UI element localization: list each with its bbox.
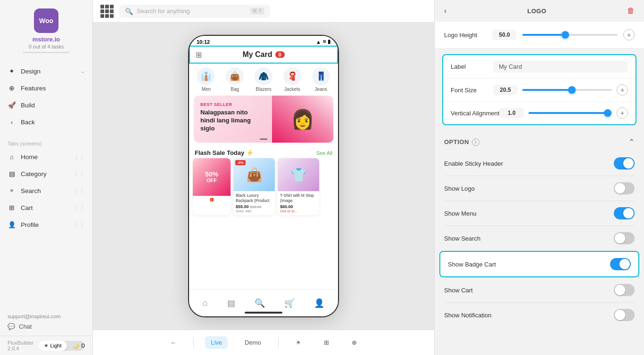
bottom-nav-search-icon: 🔍 — [255, 298, 265, 308]
toggle-show-cart-switch[interactable] — [614, 284, 635, 296]
see-all-link[interactable]: See All — [316, 150, 332, 156]
drag-handle-icon[interactable]: ⋮⋮ — [74, 221, 85, 228]
bottom-toolbar: ← Live Demo ☀ ⊞ ⊕ — [93, 330, 434, 355]
font-size-plus-button[interactable]: + — [617, 84, 628, 96]
sidebar-item-search[interactable]: ⚬ Search ⋮⋮ — [0, 182, 92, 199]
product-card-tshirt[interactable]: 👕 ♡ T-Shirt with M Stop (Image $60.00 Ou… — [278, 158, 319, 215]
label-value-input[interactable]: My Card — [493, 61, 628, 73]
sun-toolbar-icon: ☀ — [296, 339, 301, 346]
product-sold-bag: Sold: 482 — [236, 209, 272, 213]
label-row: Label My Card — [443, 55, 636, 79]
bottom-nav-home[interactable]: ⌂ — [203, 298, 208, 308]
category-jeans[interactable]: 👖 Jeans — [312, 67, 330, 92]
wishlist-icon-bag[interactable]: ♡ — [268, 160, 273, 167]
toggle-sticky-header-switch[interactable] — [614, 157, 635, 169]
vertical-alignment-value: 1.0 — [499, 108, 524, 118]
sun-icon: ☀ — [44, 343, 49, 349]
category-jackets[interactable]: 🧣 Jackets — [283, 67, 301, 92]
bottom-nav-profile[interactable]: 👤 — [314, 298, 324, 308]
tabs-section-label: Tabs (screens) — [0, 135, 92, 148]
drag-handle-icon[interactable]: ⋮⋮ — [74, 187, 85, 194]
category-bag[interactable]: 👜 Bag — [226, 67, 244, 92]
search-shortcut: ⌘ F — [250, 8, 264, 15]
font-size-key: Font Size — [451, 87, 493, 94]
sidebar-item-design[interactable]: ✦ Design ⌄ — [0, 63, 92, 80]
battery-icon: ▮ — [328, 39, 330, 45]
light-theme-button[interactable]: ☀ Light — [38, 341, 67, 351]
light-label: Light — [50, 343, 62, 348]
product-card-promo[interactable]: 50% OFF 🎁 — [193, 158, 231, 215]
back-button[interactable]: ← — [165, 336, 182, 349]
right-panel: ‹ LOGO 🗑 Logo Height 50.0 + Label My Car… — [434, 0, 644, 355]
banner-dots — [260, 138, 267, 140]
sidebar-item-features[interactable]: ⊕ Features — [0, 80, 92, 97]
drag-handle-icon[interactable]: ⋮⋮ — [74, 153, 85, 160]
sidebar-item-build-label: Build — [21, 102, 85, 109]
demo-button[interactable]: Demo — [239, 336, 267, 349]
blazers-icon: 🧥 — [255, 67, 272, 85]
toggle-show-notification: Show Notification — [435, 303, 644, 327]
toggle-show-badge-cart-switch[interactable] — [610, 258, 631, 270]
toggle-show-menu-switch[interactable] — [614, 207, 635, 219]
wishlist-icon-tshirt[interactable]: ♡ — [312, 160, 317, 167]
sidebar-item-back[interactable]: ‹ Back — [0, 113, 92, 130]
drag-handle-icon[interactable]: ⋮⋮ — [74, 170, 85, 177]
font-size-thumb[interactable] — [568, 86, 576, 94]
drag-handle-icon[interactable]: ⋮⋮ — [74, 204, 85, 211]
category-row: 👔 Men 👜 Bag 🧥 Blazers 🧣 Jackets — [189, 64, 338, 96]
live-button[interactable]: Live — [205, 336, 228, 349]
logo-height-slider[interactable] — [522, 30, 618, 40]
option-title-text: OPTION — [444, 138, 469, 145]
product-old-price-bag: $60.00 — [250, 205, 261, 209]
back-arrow-icon: ← — [170, 339, 176, 346]
grid-view-button[interactable]: ⊞ — [318, 336, 335, 349]
signal-icon: ▲ — [316, 39, 321, 45]
toggle-show-logo-switch[interactable] — [614, 182, 635, 194]
toggle-knob — [619, 259, 630, 269]
logo-height-plus-button[interactable]: + — [623, 29, 635, 40]
sidebar-item-category[interactable]: ▤ Category ⋮⋮ — [0, 165, 92, 182]
chat-item[interactable]: 💬 Chat — [8, 323, 85, 330]
grid-toolbar-icon: ⊞ — [324, 339, 329, 346]
product-badge-bag: -8% — [235, 160, 246, 165]
toggle-show-search: Show Search — [435, 226, 644, 250]
demo-label: Demo — [245, 339, 261, 346]
option-header: OPTION i ⌃ — [435, 131, 644, 151]
sidebar-item-cart[interactable]: ⊞ Cart ⋮⋮ — [0, 199, 92, 216]
vertical-alignment-slider[interactable] — [528, 108, 612, 118]
panel-title-text: LOGO — [528, 8, 546, 15]
vertical-alignment-plus-button[interactable]: + — [617, 107, 628, 119]
category-men[interactable]: 👔 Men — [197, 67, 215, 92]
toggle-show-notification-switch[interactable] — [614, 309, 635, 321]
dark-theme-button[interactable]: 🌙 Dark — [67, 341, 85, 351]
sidebar-item-build[interactable]: 🚀 Build — [0, 97, 92, 113]
collapse-button[interactable]: ⌃ — [628, 137, 635, 146]
grid-menu-icon[interactable] — [100, 5, 114, 18]
search-bar[interactable]: 🔍 Search for anything ⌘ F — [119, 5, 270, 18]
sidebar-item-home[interactable]: ⌂ Home ⋮⋮ — [0, 148, 92, 165]
design-arrow-icon: ⌄ — [81, 68, 85, 74]
bottom-nav-cart[interactable]: 🛒 — [284, 298, 295, 308]
slider-thumb[interactable] — [561, 31, 569, 39]
product-info-tshirt: T-Shirt with M Stop (Image $60.00 Out of… — [278, 191, 319, 215]
toggle-show-cart: Show Cart — [435, 278, 644, 302]
category-icon: ▤ — [8, 169, 16, 178]
panel-back-button[interactable]: ‹ — [444, 7, 446, 15]
bottom-nav-search[interactable]: 🔍 — [255, 298, 265, 308]
font-size-slider[interactable] — [522, 85, 612, 95]
vertical-alignment-thumb[interactable] — [604, 109, 611, 117]
zoom-button[interactable]: ⊕ — [346, 336, 363, 349]
product-price-bag: $55.00 $60.00 — [236, 204, 272, 209]
sun-button[interactable]: ☀ — [290, 336, 307, 349]
toggle-show-search-switch[interactable] — [614, 232, 635, 244]
version-bar: FluxBuilder 2.0.4 ☀ Light 🌙 Dark — [0, 336, 92, 355]
bottom-nav-category[interactable]: ▤ — [227, 298, 235, 308]
dark-label: Dark — [81, 343, 85, 348]
panel-delete-button[interactable]: 🗑 — [627, 7, 635, 15]
sidebar-item-profile[interactable]: 👤 Profile ⋮⋮ — [0, 216, 92, 233]
product-card-bag[interactable]: 👜 -8% ♡ Black Luxury Backpack (Product $… — [233, 158, 275, 215]
toggle-show-notification-label: Show Notification — [444, 312, 491, 319]
category-bag-label: Bag — [231, 87, 239, 92]
build-icon: 🚀 — [8, 101, 16, 109]
category-blazers[interactable]: 🧥 Blazers — [255, 67, 272, 92]
